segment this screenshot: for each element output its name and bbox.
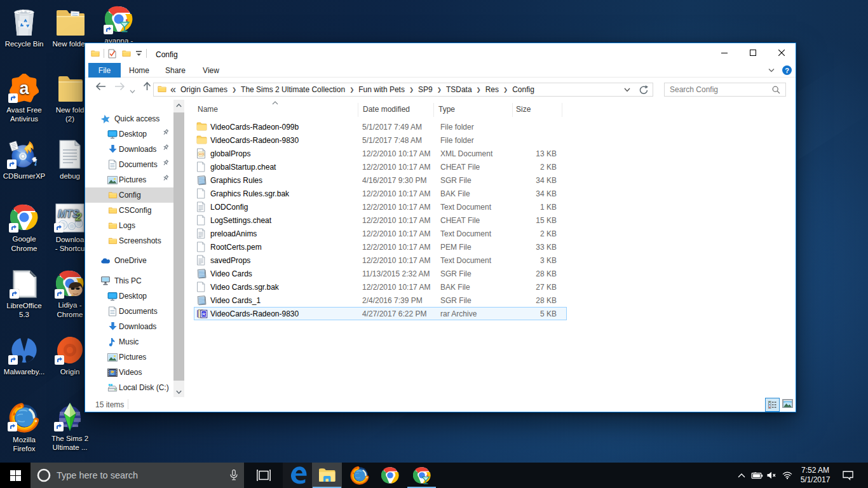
svg-text:R: R — [202, 312, 205, 316]
svg-text:a: a — [19, 79, 29, 98]
svg-text:2: 2 — [75, 211, 82, 223]
